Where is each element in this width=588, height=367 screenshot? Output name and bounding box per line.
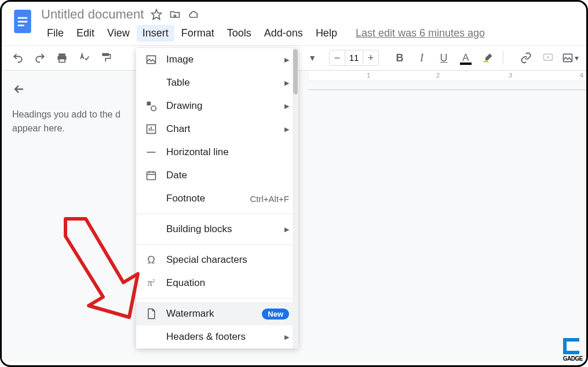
submenu-arrow-icon: ▶ [284,126,289,133]
menu-item-equation[interactable]: π2 Equation [136,271,298,295]
menu-item-chart[interactable]: Chart ▶ [136,118,298,141]
new-badge: New [262,309,289,320]
submenu-arrow-icon: ▶ [284,56,289,64]
submenu-arrow-icon: ▶ [284,226,289,233]
scrollbar-thumb[interactable] [293,49,298,94]
menu-tools[interactable]: Tools [221,25,257,42]
outline-back-arrow-icon[interactable] [12,82,26,96]
add-comment-button[interactable] [539,49,557,67]
menu-divider [136,214,298,214]
svg-rect-8 [484,61,488,63]
underline-button[interactable]: U [434,49,453,67]
svg-point-13 [151,106,156,111]
spellcheck-button[interactable] [75,49,93,67]
redo-button[interactable] [31,49,49,67]
outline-panel: Headings you add to the d appear here. [2,71,135,362]
highlight-button[interactable] [479,49,497,67]
italic-button[interactable]: I [412,49,431,67]
submenu-arrow-icon: ▶ [284,333,289,341]
svg-rect-5 [59,54,65,56]
docs-logo[interactable] [11,6,34,36]
svg-rect-3 [18,25,24,27]
menu-item-special-characters[interactable]: Ω Special characters [136,248,298,271]
menu-item-footnote[interactable]: Footnote Ctrl+Alt+F [136,187,298,210]
menubar: File Edit View Insert Format Tools Add-o… [41,25,577,42]
menu-divider [136,244,298,245]
menu-item-image[interactable]: Image ▶ [136,48,298,71]
paint-format-button[interactable] [97,49,115,67]
move-icon[interactable] [169,9,181,20]
menu-addons[interactable]: Add-ons [258,25,309,42]
svg-marker-4 [152,10,162,20]
menu-item-drawing[interactable]: Drawing ▶ [136,94,298,118]
menu-format[interactable]: Format [176,25,220,42]
cloud-status-icon[interactable] [188,9,200,20]
svg-rect-7 [59,59,65,63]
submenu-arrow-icon: ▶ [284,102,289,110]
menu-item-table[interactable]: Table ▶ [136,71,298,94]
print-button[interactable] [53,49,71,67]
watermark-icon [144,307,158,321]
insert-menu-dropdown: Image ▶ Table ▶ Drawing ▶ Chart ▶ Horizo… [136,48,298,348]
font-size-decrease[interactable]: − [330,50,345,65]
document-title[interactable]: Untitled document [41,7,144,22]
shortcut-label: Ctrl+Alt+F [250,194,289,204]
font-size-value[interactable]: 11 [345,50,363,65]
menu-item-watermark[interactable]: Watermark New [136,302,298,325]
equation-icon: π2 [144,276,158,290]
insert-image-button[interactable]: ▾ [561,49,579,67]
outline-placeholder: Headings you add to the d appear here. [12,108,125,135]
dropdown-scrollbar[interactable] [293,48,298,348]
svg-rect-16 [147,172,156,179]
submenu-arrow-icon: ▶ [284,79,289,87]
star-icon[interactable] [151,9,162,20]
svg-rect-2 [18,21,28,23]
date-icon [144,168,158,182]
menu-help[interactable]: Help [310,25,343,42]
drawing-icon [144,99,158,113]
text-color-button[interactable]: A [456,49,475,67]
chart-icon [144,122,158,136]
brand-watermark: GADGE [563,338,583,362]
omega-icon: Ω [144,253,158,267]
menu-item-building-blocks[interactable]: Building blocks ▶ [136,218,298,241]
undo-button[interactable] [9,49,27,67]
insert-link-button[interactable] [517,49,535,67]
menu-item-headers-footers[interactable]: Headers & footers ▶ [136,325,298,348]
font-size-increase[interactable]: + [363,50,378,65]
font-size-control: − 11 + [329,50,379,66]
document-page[interactable] [309,89,586,90]
hline-icon [144,145,158,159]
image-icon [144,53,158,67]
menu-insert[interactable]: Insert [137,25,174,42]
menu-divider [136,298,298,299]
menu-view[interactable]: View [101,25,136,42]
svg-rect-1 [18,17,28,19]
menu-item-date[interactable]: Date [136,164,298,187]
menu-edit[interactable]: Edit [71,25,100,42]
svg-rect-12 [147,102,151,106]
menu-file[interactable]: File [41,25,70,42]
bold-button[interactable]: B [390,49,409,67]
menu-item-horizontal-line[interactable]: Horizontal line [136,141,298,164]
styles-dropdown-caret-icon[interactable]: ▼ [308,53,316,63]
horizontal-ruler: 1 2 3 4 [309,71,586,81]
last-edit-link[interactable]: Last edit was 6 minutes ago [356,25,485,42]
